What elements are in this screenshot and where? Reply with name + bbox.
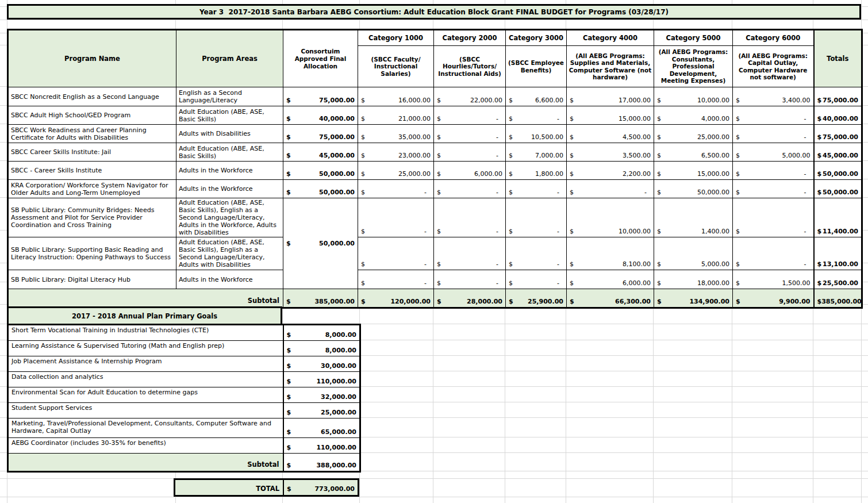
amount-value: - <box>424 260 431 268</box>
col-header-allocation: Consortuim Approved Final Allocation <box>283 30 358 87</box>
amount-value: 28,000.00 <box>467 298 502 305</box>
currency-symbol: $ <box>570 152 574 159</box>
amount-value: 45,000.00 <box>319 152 355 159</box>
program-name-cell: SB Public Library: Community Bridges: Ne… <box>8 198 176 237</box>
program-areas-cell: Adults in the Workforce <box>176 270 283 289</box>
row-total-cell: $25,500.00 <box>814 270 862 289</box>
budget-table: Program Name Program Areas Consortuim Ap… <box>7 29 863 309</box>
currency-symbol: $ <box>509 97 513 104</box>
category-2000-amount-cell: $6,000.00 <box>434 162 506 180</box>
amount-value: 40,000.00 <box>319 115 355 122</box>
subtotal-category-1000-cell: $120,000.00 <box>358 289 434 308</box>
amount-value: 110,000.00 <box>316 378 356 385</box>
goal-row: Data collection and analytics$110,000.00 <box>8 372 360 387</box>
category-5000-amount-cell: $4,000.00 <box>654 106 733 125</box>
category-2000-description: (SBCC Hourlies/Tutors/ Instructional Aid… <box>434 46 506 87</box>
currency-symbol: $ <box>817 298 822 305</box>
program-row: SB Public Library: Supporting Basic Read… <box>8 237 862 270</box>
amount-value: 3,400.00 <box>782 97 811 104</box>
currency-symbol: $ <box>570 298 574 305</box>
program-row: SBCC Adult High School/GED ProgramAdult … <box>8 106 862 125</box>
category-4000-amount-cell: $17,000.00 <box>567 87 654 106</box>
goal-row: Learning Assistance & Supervised Tutorin… <box>8 341 360 356</box>
amount-value: 30,000.00 <box>321 362 356 370</box>
currency-symbol: $ <box>287 362 291 370</box>
currency-symbol: $ <box>286 170 291 178</box>
currency-symbol: $ <box>509 170 513 178</box>
amount-value: 3,500.00 <box>623 152 651 159</box>
amount-value: 23,000.00 <box>398 152 431 159</box>
amount-value: 50,000.00 <box>319 170 355 178</box>
amount-value: 17,000.00 <box>619 97 651 104</box>
goal-label-cell: Marketing, Travel/Professional Developme… <box>8 418 283 438</box>
category-2000-amount-cell: $- <box>434 270 506 289</box>
category-6000-amount-cell: $5,000.00 <box>733 143 814 162</box>
currency-symbol: $ <box>361 115 365 122</box>
allocation-amount-cell: $45,000.00 <box>283 143 358 162</box>
amount-value: - <box>557 279 563 287</box>
row-total-cell: $50,000.00 <box>814 180 862 198</box>
currency-symbol: $ <box>287 331 291 339</box>
currency-symbol: $ <box>287 444 291 451</box>
amount-value: 7,000.00 <box>535 152 563 159</box>
category-2000-amount-cell: $- <box>434 237 506 270</box>
amount-value: 16,000.00 <box>398 97 431 104</box>
category-5000-amount-cell: $10,000.00 <box>654 87 733 106</box>
currency-symbol: $ <box>287 462 291 469</box>
currency-symbol: $ <box>437 152 441 159</box>
currency-symbol: $ <box>286 133 291 141</box>
program-areas-cell: English as a Second Language/Literacy <box>176 87 283 106</box>
allocation-amount-cell: $75,000.00 <box>283 87 358 106</box>
amount-value: 10,500.00 <box>531 133 563 141</box>
category-3000-amount-cell: $6,600.00 <box>506 87 567 106</box>
amount-value: 10,000.00 <box>697 97 729 104</box>
amount-value: 50,000.00 <box>823 189 858 196</box>
category-6000-amount-cell: $- <box>733 237 814 270</box>
currency-symbol: $ <box>570 170 574 178</box>
category-3000-amount-cell: $- <box>506 180 567 198</box>
amount-value: 1,500.00 <box>782 279 811 287</box>
amount-value: 65,000.00 <box>321 428 356 436</box>
category-1000-amount-cell: $23,000.00 <box>358 143 434 162</box>
category-5000-description: (All AEBG Programs: Consultants, Profess… <box>654 46 733 87</box>
col-header-category-1000: Category 1000 <box>358 30 434 46</box>
programs-subtotal-row: Subtotal$385,000.00$120,000.00$28,000.00… <box>8 289 862 308</box>
amount-value: - <box>424 228 431 235</box>
amount-value: 11,400.00 <box>823 228 858 235</box>
amount-value: - <box>804 189 811 196</box>
category-6000-amount-cell: $- <box>733 106 814 125</box>
category-2000-amount-cell: $22,000.00 <box>434 87 506 106</box>
currency-symbol: $ <box>657 228 661 235</box>
currency-symbol: $ <box>570 133 574 141</box>
category-1000-amount-cell: $- <box>358 180 434 198</box>
goal-row: Short Term Vocational Training in Indust… <box>8 325 360 341</box>
currency-symbol: $ <box>361 97 365 104</box>
amount-value: 45,000.00 <box>823 152 858 159</box>
category-5000-amount-cell: $25,000.00 <box>654 125 733 143</box>
amount-value: - <box>424 279 431 287</box>
amount-value: 50,000.00 <box>823 170 858 178</box>
program-row: SBCC Noncredit English as a Second Langu… <box>8 87 862 106</box>
program-areas-cell: Adult Education (ABE, ASE, Basic Skills) <box>176 143 283 162</box>
goal-label-cell: Environmental Scan for Adult Education t… <box>8 387 283 403</box>
category-6000-amount-cell: $1,500.00 <box>733 270 814 289</box>
subtotal-total-cell: $385,000.00 <box>814 289 862 308</box>
allocation-amount-cell: $50,000.00 <box>283 162 358 180</box>
amount-value: 50,000.00 <box>319 189 355 196</box>
amount-value: 120,000.00 <box>390 298 431 305</box>
category-4000-amount-cell: $15,000.00 <box>567 106 654 125</box>
amount-value: 22,000.00 <box>470 97 502 104</box>
program-name-cell: SBCC Career Skills Institute: Jail <box>8 143 176 162</box>
currency-symbol: $ <box>437 228 441 235</box>
goal-amount-cell: $65,000.00 <box>283 418 360 438</box>
currency-symbol: $ <box>736 228 740 235</box>
category-6000-amount-cell: $- <box>733 125 814 143</box>
col-header-category-5000: Category 5000 <box>654 30 733 46</box>
goal-label-cell: Short Term Vocational Training in Indust… <box>8 325 283 341</box>
program-name-cell: SBCC Noncredit English as a Second Langu… <box>8 87 176 106</box>
amount-value: 110,000.00 <box>316 444 356 451</box>
amount-value: 66,300.00 <box>615 298 651 305</box>
currency-symbol: $ <box>361 152 365 159</box>
goal-label-cell: Student Support Services <box>8 403 283 418</box>
currency-symbol: $ <box>657 97 661 104</box>
